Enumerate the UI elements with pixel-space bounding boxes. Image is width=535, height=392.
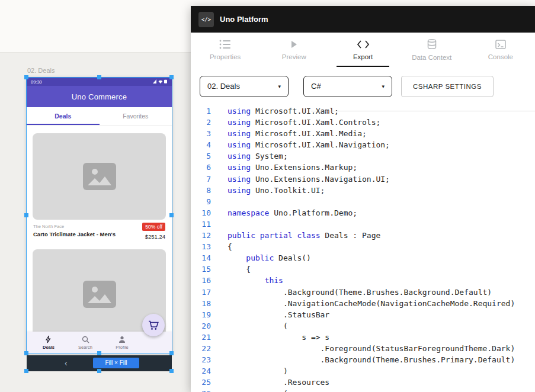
panel-tabs: Properties Preview Export Data Context C… (191, 33, 535, 67)
selection-handle[interactable] (97, 369, 101, 373)
nav-item-search[interactable]: Search (72, 336, 99, 350)
code-line: 5using System; (191, 150, 535, 162)
line-number: 21 (191, 332, 211, 343)
page-select[interactable]: 02. Deals ▾ (200, 76, 289, 97)
line-number: 22 (191, 343, 211, 354)
selection-handle[interactable] (169, 213, 174, 217)
code-line: 24 ) (191, 365, 535, 377)
code-line: 26 ( (191, 388, 535, 392)
code-line: 21 s => s (191, 332, 535, 343)
cart-icon (148, 320, 159, 330)
profile-icon (118, 336, 126, 343)
discount-badge: 50% off (142, 223, 165, 231)
selection-handle[interactable] (169, 351, 174, 355)
cart-fab-button[interactable] (142, 314, 165, 336)
line-number: 6 (191, 162, 211, 173)
language-select[interactable]: C# ▾ (303, 76, 392, 97)
export-toolbar: 02. Deals ▾ C# ▾ CSHARP SETTINGS (191, 67, 535, 105)
signal-icon (153, 79, 156, 83)
selection-handle[interactable] (169, 369, 174, 373)
code-text: this (211, 275, 283, 286)
line-number: 13 (191, 241, 211, 252)
tab-data-context[interactable]: Data Context (398, 33, 466, 67)
selection-handle[interactable] (24, 75, 28, 79)
phone-tab-favorites[interactable]: Favorites (100, 107, 172, 125)
code-text: using System; (211, 150, 288, 162)
product-title: Carto Triclimate Jacket - Men's (33, 231, 116, 237)
artboard-label: 02. Deals (27, 67, 55, 74)
phone-app-bar: Uno Commerce (27, 86, 172, 107)
code-line: 4using Microsoft.UI.Xaml.Navigation; (191, 139, 535, 150)
terminal-icon (495, 40, 506, 49)
panel-title: Uno Platform (220, 15, 268, 24)
code-text: using Microsoft.UI.Xaml.Media; (211, 128, 367, 139)
selection-handle[interactable] (169, 75, 174, 79)
nav-item-profile[interactable]: Profile (108, 336, 136, 350)
line-number: 3 (191, 128, 211, 139)
chevron-down-icon: ▾ (278, 83, 281, 89)
selection-handle[interactable] (97, 351, 101, 355)
line-number: 17 (191, 287, 211, 298)
csharp-settings-button[interactable]: CSHARP SETTINGS (401, 76, 494, 97)
code-line: 18 .NavigationCacheMode(NavigationCacheM… (191, 298, 535, 309)
line-number: 1 (191, 105, 211, 117)
code-line: 20 ( (191, 320, 535, 332)
search-icon (82, 336, 89, 343)
tab-console[interactable]: Console (466, 33, 535, 67)
code-line: 25 .Resources (191, 377, 535, 388)
code-text: ( (211, 388, 288, 392)
code-text: public partial class Deals : Page (211, 230, 380, 241)
fill-size-button[interactable]: Fill × Fill (93, 358, 139, 368)
code-text (211, 219, 228, 230)
product-image-placeholder[interactable] (33, 133, 166, 220)
code-line: 13{ (191, 241, 535, 252)
phone-tab-bar: Deals Favorites (27, 107, 172, 126)
status-icons (152, 79, 168, 85)
selection-handle[interactable] (24, 213, 28, 217)
code-brackets-icon (357, 40, 370, 49)
code-text: namespace Uno.Platform.Demo; (211, 207, 357, 219)
phone-tab-deals[interactable]: Deals (27, 107, 100, 125)
code-area[interactable]: 1using Microsoft.UI.Xaml;2using Microsof… (191, 105, 535, 392)
code-line: 19 .StatusBar (191, 309, 535, 320)
tab-properties[interactable]: Properties (191, 33, 260, 67)
line-number: 19 (191, 309, 211, 320)
selection-handle[interactable] (97, 75, 101, 79)
line-number: 20 (191, 320, 211, 332)
code-text (211, 196, 228, 207)
code-line: 2using Microsoft.UI.Xaml.Controls; (191, 117, 535, 128)
phone-artboard[interactable]: 09:30 Uno Commerce Deals Favorites The N… (27, 78, 172, 354)
selection-handle[interactable] (24, 351, 28, 355)
nav-item-deals[interactable]: Deals (35, 335, 62, 350)
status-time: 09:30 (31, 79, 42, 85)
line-number: 15 (191, 264, 211, 275)
tab-export[interactable]: Export (328, 33, 397, 67)
collapse-chevron-icon[interactable]: ‹ (65, 358, 68, 368)
line-number: 7 (191, 173, 211, 185)
code-text: .StatusBar (211, 309, 329, 320)
tab-preview[interactable]: Preview (260, 33, 328, 67)
code-text: ( (211, 320, 288, 332)
line-number: 16 (191, 275, 211, 286)
code-text: ) (211, 365, 288, 377)
selection-handle[interactable] (24, 369, 28, 373)
code-line: 17 .Background(Theme.Brushes.Background.… (191, 287, 535, 298)
bolt-icon (45, 335, 52, 343)
code-line: 8using Uno.Toolkit.UI; (191, 185, 535, 196)
line-number: 8 (191, 185, 211, 196)
product-brand: The North Face (33, 224, 116, 229)
code-text: .NavigationCacheMode(NavigationCacheMode… (211, 298, 515, 309)
line-number: 9 (191, 196, 211, 207)
code-logo-icon: </> (198, 12, 214, 27)
code-text: .Resources (211, 377, 329, 388)
line-number: 5 (191, 150, 211, 162)
list-icon (219, 40, 231, 49)
code-line: 12public partial class Deals : Page (191, 230, 535, 241)
code-line: 15 { (191, 264, 535, 275)
panel-header: </> Uno Platform (191, 6, 535, 33)
code-line: 9 (191, 196, 535, 207)
code-line: 10namespace Uno.Platform.Demo; (191, 207, 535, 219)
code-text: public Deals() (211, 252, 311, 264)
code-text: using Microsoft.UI.Xaml.Controls; (211, 117, 380, 128)
line-number: 25 (191, 377, 211, 388)
